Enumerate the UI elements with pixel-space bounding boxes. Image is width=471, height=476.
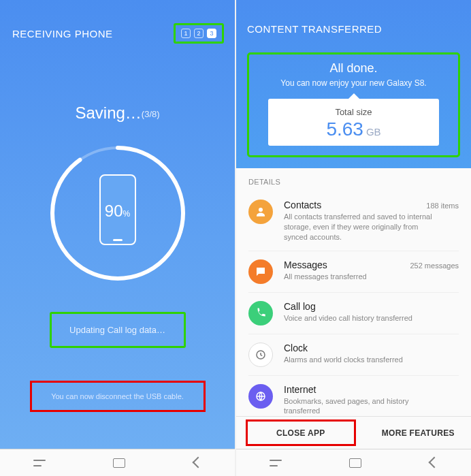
total-size-card: Total size 5.63GB [268, 99, 439, 146]
content-header: CONTENT TRANSFERRED [247, 23, 460, 35]
done-title: All done. [255, 61, 453, 76]
back-icon[interactable] [191, 458, 202, 469]
step-indicator: 1 2 3 [174, 23, 224, 44]
item-title: Call log [284, 301, 316, 312]
item-title: Contacts [284, 200, 321, 210]
svg-point-2 [259, 208, 263, 212]
home-icon[interactable] [349, 458, 361, 468]
left-screen: RECEIVING PHONE 1 2 3 Saving…(3/8) 90% U… [0, 0, 235, 476]
item-sub: Voice and video call history transferred [284, 313, 434, 323]
close-app-button[interactable]: CLOSE APP [246, 419, 356, 446]
list-item[interactable]: Clock Alarms and world clocks transferre… [248, 334, 459, 376]
list-item[interactable]: Contacts188 items All contacts transferr… [248, 191, 459, 251]
disconnect-hint: You can now disconnect the USB cable. [30, 381, 206, 412]
more-features-button[interactable]: MORE FEATURES [366, 417, 472, 449]
item-sub: Alarms and world clocks transferred [284, 355, 434, 365]
android-navbar-left [0, 449, 235, 476]
internet-icon [248, 384, 273, 409]
item-sub: All contacts transferred and saved to in… [284, 212, 434, 242]
bottom-actions: CLOSE APP MORE FEATURES [236, 416, 471, 449]
recents-icon[interactable] [33, 458, 47, 468]
item-meta: 188 items [426, 202, 459, 210]
saving-label: Saving… [75, 104, 141, 122]
contacts-icon [248, 200, 273, 224]
back-icon[interactable] [427, 458, 438, 469]
left-header: RECEIVING PHONE 1 2 3 [0, 0, 235, 44]
item-title: Internet [284, 384, 316, 395]
clock-icon [248, 343, 273, 367]
messages-icon [248, 259, 273, 284]
item-sub: Bookmarks, saved pages, and history tran… [284, 396, 434, 417]
home-icon[interactable] [113, 458, 125, 468]
details-label: DETAILS [236, 168, 471, 191]
header-title: RECEIVING PHONE [12, 28, 113, 39]
list-item[interactable]: Messages252 messages All messages transf… [248, 251, 459, 293]
android-navbar-right [236, 449, 471, 476]
summary-block: All done. You can now enjoy your new Gal… [247, 52, 460, 157]
list-item[interactable]: Call log Voice and video call history tr… [248, 293, 459, 334]
progress-ring: 90% [46, 142, 189, 285]
total-size-value: 5.63GB [275, 118, 432, 140]
total-size-label: Total size [275, 107, 432, 117]
recents-icon[interactable] [270, 458, 283, 468]
progress-percent: 90% [46, 202, 189, 221]
item-title: Messages [284, 259, 327, 270]
saving-status: Saving…(3/8) [0, 104, 235, 123]
status-message: Updating Call log data… [50, 312, 186, 348]
done-subtitle: You can now enjoy your new Galaxy S8. [255, 78, 453, 88]
step-1: 1 [181, 29, 191, 38]
right-screen: CONTENT TRANSFERRED All done. You can no… [236, 0, 471, 476]
step-3: 3 [207, 29, 216, 38]
right-header-area: CONTENT TRANSFERRED All done. You can no… [236, 0, 471, 168]
item-sub: All messages transferred [284, 272, 434, 282]
saving-count: (3/8) [142, 109, 160, 119]
calllog-icon [248, 301, 273, 326]
item-meta: 252 messages [410, 261, 459, 270]
item-title: Clock [284, 343, 308, 353]
step-2: 2 [194, 29, 204, 38]
